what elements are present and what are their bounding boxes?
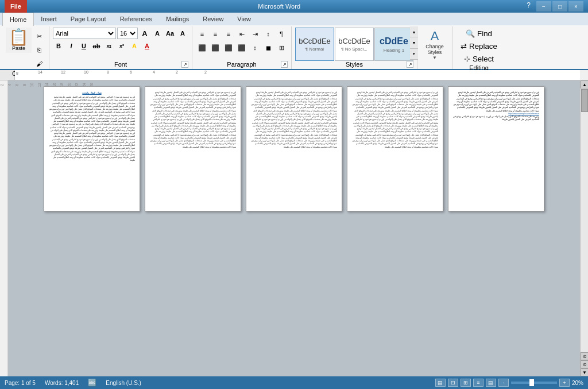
spell-check-icon[interactable]: 🔤 — [88, 379, 96, 387]
scroll-page-down-button[interactable]: ⊙ — [581, 360, 588, 368]
paragraph-expand[interactable]: ↗ — [281, 61, 288, 68]
style-normal-button[interactable]: bCcDdEe ¶ Normal — [295, 28, 334, 61]
word-count: Words: 1,401 — [45, 380, 79, 386]
zoom-in-button[interactable]: + — [559, 379, 570, 387]
decrease-indent-button[interactable]: ⇤ — [235, 28, 248, 40]
align-left-button[interactable]: ⬛ — [196, 41, 208, 54]
page-5-link[interactable]: http://www.example.com/reference — [508, 113, 539, 115]
borders-button[interactable]: ⊞ — [275, 41, 288, 54]
show-hide-button[interactable]: ¶ — [275, 28, 288, 40]
page-3-content: لوريم إيبسوم هو نموذج افتراضي يوضع في ال… — [251, 91, 337, 149]
scroll-up-button[interactable]: ▲ — [581, 80, 588, 88]
tab-view[interactable]: View — [230, 13, 258, 25]
close-button[interactable]: × — [568, 1, 583, 11]
style-heading1-button[interactable]: cDdEe Heading 1 — [374, 28, 413, 61]
page-5: لوريم إيبسوم هو نموذج افتراضي يوضع في ال… — [448, 86, 544, 211]
font-grow-button[interactable]: A — [139, 28, 150, 39]
bold-button[interactable]: B — [53, 40, 64, 52]
styles-buttons-row: bCcDdEe ¶ Normal bCcDdEe ¶ No Spaci... c… — [295, 28, 413, 61]
strikethrough-button[interactable]: ab — [91, 40, 102, 52]
outline-view-button[interactable]: ≡ — [473, 379, 483, 387]
page-3: لوريم إيبسوم هو نموذج افتراضي يوضع في ال… — [246, 86, 342, 211]
font-size-select[interactable]: 16 — [117, 28, 138, 39]
underline-button[interactable]: U — [78, 40, 90, 52]
font-expand[interactable]: ↗ — [181, 61, 188, 68]
style-no-spacing-label: ¶ No Spaci... — [341, 47, 368, 52]
language: English (U.S.) — [106, 380, 141, 386]
full-screen-view-button[interactable]: ⊡ — [448, 379, 458, 387]
select-button[interactable]: ⊹ Select — [456, 53, 502, 64]
web-layout-view-button[interactable]: ⊞ — [461, 379, 471, 387]
draft-view-button[interactable]: ▤ — [486, 379, 496, 387]
bullets-button[interactable]: ≡ — [196, 28, 208, 40]
replace-button[interactable]: ⇄ Replace — [456, 40, 502, 52]
format-painter-button[interactable]: 🖌 — [33, 57, 45, 70]
main-area: 2468101214161820222426 عنوان المقال والب… — [0, 80, 588, 376]
scroll-down-button[interactable]: ▼ — [581, 368, 588, 376]
vertical-scrollbar[interactable]: ▲ ⊙ ⊙ ▼ — [580, 80, 588, 376]
scroll-page-up-button[interactable]: ⊙ — [581, 352, 588, 360]
tab-references[interactable]: References — [113, 13, 159, 25]
replace-label: Replace — [469, 42, 497, 51]
tab-insert[interactable]: Insert — [34, 13, 64, 25]
tab-review[interactable]: Review — [196, 13, 230, 25]
change-styles-button[interactable]: A ChangeStyles ▼ — [420, 28, 450, 61]
paste-icon: 📋 — [9, 29, 29, 45]
zoom-out-button[interactable]: - — [498, 379, 509, 387]
file-tab[interactable]: File — [5, 0, 27, 13]
title-bar-controls: ? − □ × — [527, 1, 583, 11]
document-content-area[interactable]: عنوان المقال والبحث لوريم إيبسوم هو نموذ… — [8, 80, 580, 376]
scroll-track[interactable] — [581, 88, 588, 352]
italic-button[interactable]: I — [65, 40, 77, 52]
styles-group-label: Styles ↗ — [295, 61, 413, 68]
zoom-slider[interactable] — [511, 382, 557, 384]
change-styles-label: ChangeStyles — [425, 44, 444, 55]
text-highlight-button[interactable]: A — [129, 40, 140, 52]
subscript-button[interactable]: x₂ — [103, 40, 115, 52]
style-normal-preview: bCcDdEe — [299, 37, 331, 45]
styles-scroll-down[interactable]: ▼ — [410, 37, 418, 48]
print-layout-view-button[interactable]: ▤ — [435, 379, 446, 387]
justify-button[interactable]: ⬛ — [235, 41, 248, 54]
align-center-button[interactable]: ⬛ — [209, 41, 222, 54]
tab-page-layout[interactable]: Page Layout — [64, 13, 113, 25]
find-button[interactable]: 🔍 Find — [456, 28, 502, 39]
align-right-button[interactable]: ⬛ — [222, 41, 235, 54]
title-bar-text: Microsoft Word — [32, 3, 527, 10]
change-styles-icon: A — [431, 29, 439, 44]
styles-scroll-more[interactable]: ▾ — [410, 49, 418, 60]
styles-expand[interactable]: ↗ — [407, 61, 413, 68]
ribbon-tab-bar: Home Insert Page Layout References Maili… — [0, 13, 588, 25]
help-icon: ? — [527, 1, 531, 11]
font-shrink-button[interactable]: A — [152, 28, 163, 39]
font-color-button[interactable]: A — [141, 40, 153, 52]
style-normal-label: ¶ Normal — [305, 47, 324, 52]
title-bar: File Microsoft Word ? − □ × — [0, 0, 588, 13]
tab-home[interactable]: Home — [2, 13, 34, 26]
tab-mailings[interactable]: Mailings — [159, 13, 196, 25]
replace-icon: ⇄ — [461, 42, 467, 51]
copy-button[interactable]: ⎘ — [33, 44, 45, 56]
status-right: ▤ ⊡ ⊞ ≡ ▤ - + 20% — [435, 379, 583, 387]
change-styles-container: A ChangeStyles ▼ — [417, 26, 452, 69]
paste-button[interactable]: 📋 Paste — [6, 28, 32, 53]
styles-scroll-up[interactable]: ▲ — [410, 26, 418, 37]
sort-button[interactable]: ↕ — [262, 28, 274, 40]
multilevel-button[interactable]: ≡ — [222, 28, 235, 40]
superscript-button[interactable]: x² — [116, 40, 127, 52]
text-style-button[interactable]: Aa — [164, 28, 176, 39]
line-spacing-button[interactable]: ↕ — [249, 41, 261, 54]
style-no-spacing-button[interactable]: bCcDdEe ¶ No Spaci... — [335, 28, 374, 61]
scroll-thumb[interactable] — [581, 89, 588, 112]
zoom-slider-thumb[interactable] — [529, 379, 534, 386]
clear-format-button[interactable]: A — [177, 28, 188, 39]
font-name-select[interactable]: Arial — [53, 28, 116, 39]
increase-indent-button[interactable]: ⇥ — [249, 28, 261, 40]
shading-button[interactable]: ◼ — [262, 41, 274, 54]
font-group-label: Font ↗ — [53, 61, 188, 68]
numbering-button[interactable]: ≡ — [209, 28, 222, 40]
minimize-button[interactable]: − — [536, 1, 551, 11]
cut-button[interactable]: ✂ — [33, 30, 45, 43]
editing-group: 🔍 Find ⇄ Replace ⊹ Select Editing — [452, 26, 505, 69]
maximize-button[interactable]: □ — [552, 1, 567, 11]
